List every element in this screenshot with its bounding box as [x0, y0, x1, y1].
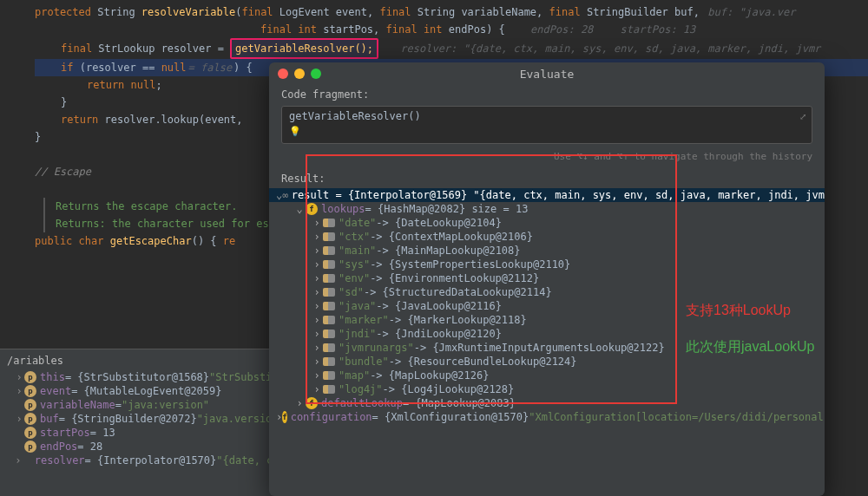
variable-row[interactable]: ›pevent = {MutableLogEvent@2059}: [0, 384, 295, 398]
bulb-icon[interactable]: 💡: [289, 126, 301, 137]
map-entry-icon: [323, 357, 335, 366]
chevron-right-icon[interactable]: ›: [293, 397, 306, 409]
chevron-right-icon[interactable]: ›: [311, 258, 323, 271]
chevron-right-icon[interactable]: ›: [14, 413, 24, 425]
chevron-right-icon[interactable]: ›: [276, 411, 282, 423]
param-icon: p: [24, 441, 36, 453]
chevron-right-icon[interactable]: ›: [311, 286, 323, 298]
link-icon: ∞: [282, 190, 288, 201]
variable-row[interactable]: pendPos = 28: [0, 440, 295, 454]
map-entry-icon: [323, 302, 335, 310]
field-icon: f: [282, 411, 286, 423]
selected-expression[interactable]: getVariableResolver();: [230, 38, 378, 59]
result-root-row[interactable]: ⌄ ∞ result = {Interpolator@1569} "{date,…: [269, 188, 825, 202]
lookup-entry-row[interactable]: ›"map" -> {MapLookup@2126}: [269, 369, 825, 382]
chevron-right-icon[interactable]: ›: [311, 383, 323, 395]
default-lookup-row[interactable]: › f defaultLookup = {MapLookup@2083}: [269, 396, 825, 410]
chevron-down-icon[interactable]: ⌄: [293, 203, 306, 215]
chevron-right-icon[interactable]: ›: [14, 454, 23, 467]
annotation-green: 此次使用javaLookUp: [686, 338, 815, 356]
map-entry-icon: [323, 274, 335, 283]
chevron-down-icon[interactable]: ⌄: [276, 189, 282, 201]
annotation-red: 支持13种LookUp: [686, 302, 791, 320]
lookup-entry-row[interactable]: ›"sys" -> {SystemPropertiesLookup@2110}: [269, 258, 825, 271]
field-icon: f: [306, 397, 318, 409]
close-icon[interactable]: [278, 69, 288, 79]
dialog-title: Evaluate: [269, 68, 825, 81]
minimize-icon[interactable]: [294, 69, 305, 79]
map-entry-icon: [323, 260, 335, 269]
expand-icon[interactable]: ⤢: [799, 112, 806, 121]
variable-row[interactable]: pvariableName = "java:version": [0, 398, 295, 412]
result-label: Result:: [269, 169, 825, 188]
map-entry-icon: [323, 246, 335, 255]
chevron-right-icon[interactable]: ›: [311, 369, 323, 382]
map-entry-icon: [323, 343, 335, 352]
chevron-right-icon[interactable]: ›: [311, 314, 323, 326]
lookup-entry-row[interactable]: ›"main" -> {MainMapLookup@2108}: [269, 244, 825, 258]
lookup-entry-row[interactable]: ›"sd" -> {StructuredDataLookup@2114}: [269, 285, 825, 299]
param-icon: p: [24, 371, 36, 383]
chevron-right-icon[interactable]: ›: [311, 245, 323, 257]
code-fragment-input[interactable]: getVariableResolver() 💡 ⤢: [281, 106, 812, 144]
map-entry-icon: [323, 219, 335, 227]
chevron-right-icon[interactable]: ›: [311, 272, 323, 284]
code-line: final StrLookup resolver = getVariableRe…: [35, 38, 868, 59]
lookup-entry-row[interactable]: ›"env" -> {EnvironmentLookup@2112}: [269, 271, 825, 285]
evaluate-dialog[interactable]: Evaluate Code fragment: getVariableResol…: [269, 62, 825, 496]
fragment-label: Code fragment:: [269, 85, 825, 104]
chevron-right-icon[interactable]: ›: [311, 231, 323, 243]
chevron-right-icon[interactable]: ›: [311, 300, 323, 312]
chevron-right-icon[interactable]: ›: [14, 371, 24, 383]
param-icon: p: [24, 413, 36, 425]
param-icon: p: [24, 399, 36, 411]
variable-row[interactable]: ›pthis = {StrSubstitutor@1568} "StrSubst…: [0, 370, 295, 384]
lookups-row[interactable]: ⌄ f lookups = {HashMap@2082} size = 13: [269, 202, 825, 216]
param-icon: p: [24, 385, 36, 397]
history-hint: Use ⌥↓ and ⌥↑ to navigate through the hi…: [269, 149, 825, 169]
map-entry-icon: [323, 232, 335, 241]
lookup-entry-row[interactable]: ›"bundle" -> {ResourceBundleLookup@2124}: [269, 355, 825, 369]
chevron-right-icon[interactable]: ›: [311, 217, 323, 229]
chevron-right-icon[interactable]: ›: [311, 328, 323, 340]
variable-row[interactable]: ›pbuf = {StringBuilder@2072} "java.versi…: [0, 412, 295, 426]
map-entry-icon: [323, 316, 335, 324]
chevron-right-icon[interactable]: ›: [311, 342, 323, 354]
map-entry-icon: [323, 385, 335, 394]
chevron-right-icon[interactable]: ›: [14, 385, 24, 397]
code-line: final int startPos, final int endPos) { …: [35, 21, 868, 38]
variable-row[interactable]: ›resolver = {Interpolator@1570} "{date, …: [0, 454, 295, 467]
code-line: protected String resolveVariable(final L…: [35, 3, 868, 21]
variables-header: /ariables: [0, 351, 295, 370]
lookup-entry-row[interactable]: ›"ctx" -> {ContextMapLookup@2106}: [269, 230, 825, 244]
field-icon: f: [306, 203, 318, 215]
map-entry-icon: [323, 330, 335, 338]
dialog-titlebar[interactable]: Evaluate: [269, 62, 825, 85]
lookup-entry-row[interactable]: ›"date" -> {DateLookup@2104}: [269, 216, 825, 230]
lookup-entry-row[interactable]: ›"log4j" -> {Log4jLookup@2128}: [269, 382, 825, 396]
maximize-icon[interactable]: [311, 69, 321, 79]
map-entry-icon: [323, 371, 335, 380]
configuration-row[interactable]: › f configuration = {XmlConfiguration@15…: [269, 410, 825, 424]
chevron-right-icon[interactable]: ›: [311, 356, 323, 368]
param-icon: p: [24, 427, 36, 439]
variables-panel[interactable]: /ariables ›pthis = {StrSubstitutor@1568}…: [0, 349, 295, 496]
map-entry-icon: [323, 288, 335, 297]
variable-row[interactable]: pstartPos = 13: [0, 426, 295, 440]
